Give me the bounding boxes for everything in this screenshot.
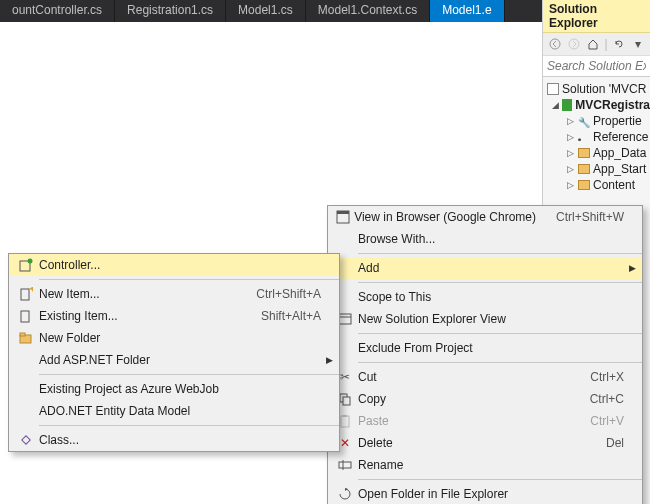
menu-shortcut: Ctrl+X [570, 370, 624, 384]
solution-explorer-search[interactable] [543, 56, 650, 77]
svg-point-1 [569, 39, 579, 49]
submenu-new-item[interactable]: ✦ New Item... Ctrl+Shift+A [9, 283, 339, 305]
menu-label: New Item... [39, 287, 236, 301]
svg-text:✦: ✦ [28, 287, 33, 296]
submenu-arrow-icon: ▶ [629, 263, 636, 273]
menu-new-se-view[interactable]: New Solution Explorer View [328, 308, 642, 330]
menu-label: Class... [39, 433, 321, 447]
menu-exclude[interactable]: Exclude From Project [328, 337, 642, 359]
menu-label: Add [358, 261, 624, 275]
tree-properties[interactable]: ▷ Propertie [547, 113, 650, 129]
menu-separator [39, 374, 339, 375]
open-folder-icon [332, 487, 358, 501]
svg-rect-3 [337, 211, 349, 214]
menu-shortcut: Ctrl+C [570, 392, 624, 406]
submenu-aspnet-folder[interactable]: Add ASP.NET Folder ▶ [9, 349, 339, 371]
menu-label: ADO.NET Entity Data Model [39, 404, 321, 418]
svg-rect-16 [21, 311, 29, 322]
svg-rect-7 [343, 397, 350, 405]
menu-label: New Solution Explorer View [358, 312, 624, 326]
tab-model1-context[interactable]: Model1.Context.cs [306, 0, 430, 22]
menu-label: Paste [358, 414, 570, 428]
tree-appdata[interactable]: ▷ App_Data [547, 145, 650, 161]
submenu-existing-item[interactable]: Existing Item... Shift+Alt+A [9, 305, 339, 327]
svg-rect-4 [339, 314, 351, 324]
tree-label: MVCRegistra [575, 98, 650, 112]
tab-account-controller[interactable]: ountController.cs [0, 0, 115, 22]
menu-separator [358, 333, 642, 334]
add-submenu: Controller... ✦ New Item... Ctrl+Shift+A… [8, 253, 340, 452]
menu-label: Existing Item... [39, 309, 241, 323]
forward-icon[interactable] [566, 36, 581, 52]
submenu-new-folder[interactable]: New Folder [9, 327, 339, 349]
tab-model1[interactable]: Model1.cs [226, 0, 306, 22]
expander-icon[interactable]: ▷ [565, 180, 575, 190]
menu-cut[interactable]: ✂ Cut Ctrl+X [328, 366, 642, 388]
tree-label: Propertie [593, 114, 642, 128]
refresh-icon[interactable] [612, 36, 627, 52]
references-icon [578, 131, 590, 143]
menu-copy[interactable]: Copy Ctrl+C [328, 388, 642, 410]
tree-label: Content [593, 178, 635, 192]
expander-icon[interactable]: ▷ [565, 116, 575, 126]
svg-rect-19 [22, 436, 30, 444]
menu-rename[interactable]: Rename [328, 454, 642, 476]
menu-scope-to-this[interactable]: Scope to This [328, 286, 642, 308]
expander-icon[interactable]: ▷ [565, 148, 575, 158]
svg-rect-8 [341, 416, 349, 427]
tree-references[interactable]: ▷ Reference [547, 129, 650, 145]
tab-model1-edmx[interactable]: Model1.e [430, 0, 504, 22]
submenu-class[interactable]: Class... [9, 429, 339, 451]
tree-appstart[interactable]: ▷ App_Start [547, 161, 650, 177]
svg-rect-18 [20, 333, 25, 336]
svg-rect-9 [343, 415, 347, 417]
back-icon[interactable] [547, 36, 562, 52]
menu-delete[interactable]: ✕ Delete Del [328, 432, 642, 454]
dropdown-icon[interactable]: ▾ [631, 36, 646, 52]
menu-separator [358, 362, 642, 363]
menu-label: Delete [358, 436, 586, 450]
home-icon[interactable] [585, 36, 600, 52]
menu-separator [358, 253, 642, 254]
tree-label: Reference [593, 130, 648, 144]
menu-view-in-browser[interactable]: View in Browser (Google Chrome) Ctrl+Shi… [328, 206, 642, 228]
menu-open-folder[interactable]: Open Folder in File Explorer [328, 483, 642, 504]
tree-content[interactable]: ▷ Content [547, 177, 650, 193]
existing-item-icon [13, 309, 39, 323]
context-menu: View in Browser (Google Chrome) Ctrl+Shi… [327, 205, 643, 504]
folder-icon [578, 180, 590, 190]
tree-solution[interactable]: Solution 'MVCR [547, 81, 650, 97]
menu-label: Scope to This [358, 290, 624, 304]
menu-separator [358, 479, 642, 480]
submenu-ado-model[interactable]: ADO.NET Entity Data Model [9, 400, 339, 422]
new-folder-icon [13, 332, 39, 344]
menu-label: Exclude From Project [358, 341, 624, 355]
menu-separator [39, 425, 339, 426]
class-icon [13, 433, 39, 447]
expander-icon[interactable]: ◢ [551, 100, 559, 110]
submenu-azure-webjob[interactable]: Existing Project as Azure WebJob [9, 378, 339, 400]
submenu-controller[interactable]: Controller... [9, 254, 339, 276]
project-icon [562, 99, 572, 111]
menu-add[interactable]: Add ▶ [328, 257, 642, 279]
tab-registration1[interactable]: Registration1.cs [115, 0, 226, 22]
expander-icon[interactable]: ▷ [565, 164, 575, 174]
folder-icon [578, 164, 590, 174]
menu-browse-with[interactable]: Browse With... [328, 228, 642, 250]
menu-label: New Folder [39, 331, 321, 345]
browser-icon [332, 210, 354, 224]
expander-icon[interactable]: ▷ [565, 132, 575, 142]
solution-tree: Solution 'MVCR ◢ MVCRegistra ▷ Propertie… [543, 77, 650, 197]
menu-shortcut: Ctrl+Shift+A [236, 287, 321, 301]
menu-label: Controller... [39, 258, 321, 272]
tree-project[interactable]: ◢ MVCRegistra [547, 97, 650, 113]
tree-label: App_Data [593, 146, 646, 160]
menu-label: Rename [358, 458, 624, 472]
svg-rect-10 [339, 462, 351, 468]
menu-separator [39, 279, 339, 280]
menu-shortcut: Shift+Alt+A [241, 309, 321, 323]
svg-point-13 [28, 259, 33, 264]
menu-paste: Paste Ctrl+V [328, 410, 642, 432]
toolbar-separator: | [605, 37, 608, 51]
new-item-icon: ✦ [13, 287, 39, 301]
